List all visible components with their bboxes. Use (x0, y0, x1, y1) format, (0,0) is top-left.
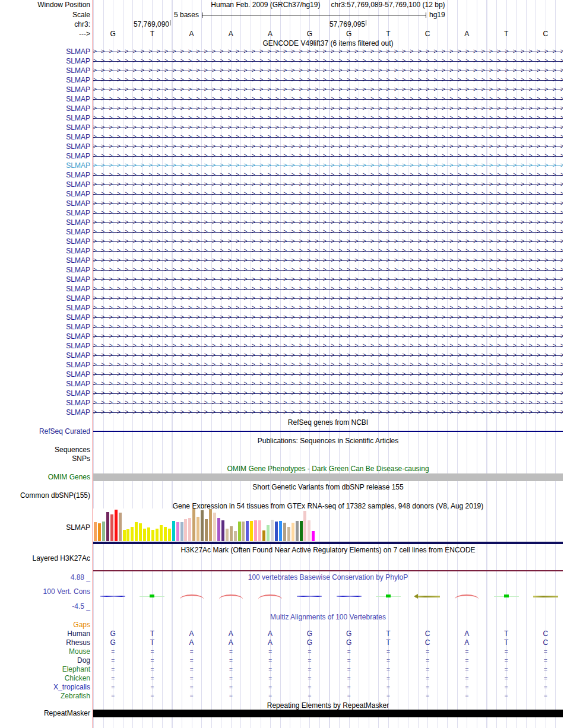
transcript-arrow-line[interactable]: >>>>>>>>>>>>>>>>>>>>>>>>>>>>>>>>>>>>>>>>… (93, 170, 563, 180)
gene-label[interactable]: SLMAP (0, 75, 90, 85)
gencode-transcript-row[interactable]: SLMAP>>>>>>>>>>>>>>>>>>>>>>>>>>>>>>>>>>>… (0, 56, 564, 66)
transcript-arrow-line[interactable]: >>>>>>>>>>>>>>>>>>>>>>>>>>>>>>>>>>>>>>>>… (93, 56, 563, 66)
transcript-arrow-line[interactable]: >>>>>>>>>>>>>>>>>>>>>>>>>>>>>>>>>>>>>>>>… (93, 189, 563, 199)
transcript-arrow-line[interactable]: >>>>>>>>>>>>>>>>>>>>>>>>>>>>>>>>>>>>>>>>… (93, 275, 563, 284)
gencode-transcript-row[interactable]: SLMAP>>>>>>>>>>>>>>>>>>>>>>>>>>>>>>>>>>>… (0, 208, 564, 218)
publications-title[interactable]: Publications: Sequences in Scientific Ar… (93, 437, 563, 445)
gencode-transcript-row[interactable]: SLMAP>>>>>>>>>>>>>>>>>>>>>>>>>>>>>>>>>>>… (0, 389, 564, 398)
gencode-transcript-row[interactable]: SLMAP>>>>>>>>>>>>>>>>>>>>>>>>>>>>>>>>>>>… (0, 265, 564, 275)
gencode-transcript-row[interactable]: SLMAP>>>>>>>>>>>>>>>>>>>>>>>>>>>>>>>>>>>… (0, 322, 564, 332)
refseq-title[interactable]: RefSeq genes from NCBI (93, 418, 563, 427)
gene-label[interactable]: SLMAP (0, 47, 90, 56)
gene-label[interactable]: SLMAP (0, 408, 90, 417)
transcript-arrow-line[interactable]: >>>>>>>>>>>>>>>>>>>>>>>>>>>>>>>>>>>>>>>>… (93, 408, 563, 417)
gene-label[interactable]: SLMAP (0, 313, 90, 322)
gencode-transcript-row[interactable]: SLMAP>>>>>>>>>>>>>>>>>>>>>>>>>>>>>>>>>>>… (0, 332, 564, 341)
transcript-arrow-line[interactable]: >>>>>>>>>>>>>>>>>>>>>>>>>>>>>>>>>>>>>>>>… (93, 199, 563, 208)
repeatmasker-label[interactable]: RepeatMasker (0, 710, 90, 717)
conservation-title[interactable]: 100 vertebrates Basewise Conservation by… (93, 573, 563, 581)
transcript-arrow-line[interactable]: >>>>>>>>>>>>>>>>>>>>>>>>>>>>>>>>>>>>>>>>… (93, 294, 563, 303)
gencode-transcript-row[interactable]: SLMAP>>>>>>>>>>>>>>>>>>>>>>>>>>>>>>>>>>>… (0, 94, 564, 104)
transcript-arrow-line[interactable]: >>>>>>>>>>>>>>>>>>>>>>>>>>>>>>>>>>>>>>>>… (93, 142, 563, 151)
gencode-transcript-row[interactable]: SLMAP>>>>>>>>>>>>>>>>>>>>>>>>>>>>>>>>>>>… (0, 161, 564, 170)
multiz-row-gaps[interactable]: Gaps (0, 621, 564, 630)
gencode-transcript-row[interactable]: SLMAP>>>>>>>>>>>>>>>>>>>>>>>>>>>>>>>>>>>… (0, 408, 564, 417)
species-label[interactable]: Rhesus (0, 638, 90, 647)
gene-label[interactable]: SLMAP (0, 218, 90, 227)
multiz-title[interactable]: Multiz Alignments of 100 Vertebrates (93, 613, 563, 621)
h3k27ac-signal-line[interactable] (93, 570, 563, 571)
species-label[interactable]: Chicken (0, 674, 90, 683)
omim-genes-label[interactable]: OMIM Genes (0, 473, 90, 481)
gencode-transcript-row[interactable]: SLMAP>>>>>>>>>>>>>>>>>>>>>>>>>>>>>>>>>>>… (0, 85, 564, 94)
transcript-arrow-line[interactable]: >>>>>>>>>>>>>>>>>>>>>>>>>>>>>>>>>>>>>>>>… (93, 332, 563, 341)
species-label[interactable]: Gaps (0, 621, 90, 630)
gencode-transcript-row[interactable]: SLMAP>>>>>>>>>>>>>>>>>>>>>>>>>>>>>>>>>>>… (0, 123, 564, 132)
gene-label[interactable]: SLMAP (0, 132, 90, 142)
refseq-curated-item[interactable] (93, 431, 563, 432)
phylop-mark-green-dot[interactable] (138, 593, 166, 600)
gencode-transcript-row[interactable]: SLMAP>>>>>>>>>>>>>>>>>>>>>>>>>>>>>>>>>>>… (0, 360, 564, 370)
gencode-transcript-row[interactable]: SLMAP>>>>>>>>>>>>>>>>>>>>>>>>>>>>>>>>>>>… (0, 199, 564, 208)
gencode-transcript-row[interactable]: SLMAP>>>>>>>>>>>>>>>>>>>>>>>>>>>>>>>>>>>… (0, 170, 564, 180)
refseq-curated-label[interactable]: RefSeq Curated (0, 427, 90, 436)
gene-label[interactable]: SLMAP (0, 123, 90, 132)
h3k27ac-label[interactable]: Layered H3K27Ac (0, 554, 90, 563)
gencode-transcript-row[interactable]: SLMAP>>>>>>>>>>>>>>>>>>>>>>>>>>>>>>>>>>>… (0, 237, 564, 246)
phylop-mark-blue-line[interactable] (335, 593, 363, 600)
transcript-arrow-line[interactable]: >>>>>>>>>>>>>>>>>>>>>>>>>>>>>>>>>>>>>>>>… (93, 123, 563, 132)
gene-label[interactable]: SLMAP (0, 180, 90, 189)
gencode-transcript-row[interactable]: SLMAP>>>>>>>>>>>>>>>>>>>>>>>>>>>>>>>>>>>… (0, 256, 564, 265)
transcript-arrow-line[interactable]: >>>>>>>>>>>>>>>>>>>>>>>>>>>>>>>>>>>>>>>>… (93, 389, 563, 398)
transcript-arrow-line[interactable]: >>>>>>>>>>>>>>>>>>>>>>>>>>>>>>>>>>>>>>>>… (93, 360, 563, 370)
transcript-arrow-line[interactable]: >>>>>>>>>>>>>>>>>>>>>>>>>>>>>>>>>>>>>>>>… (93, 256, 563, 265)
gencode-transcript-row[interactable]: SLMAP>>>>>>>>>>>>>>>>>>>>>>>>>>>>>>>>>>>… (0, 189, 564, 199)
gene-label[interactable]: SLMAP (0, 341, 90, 351)
gene-label[interactable]: SLMAP (0, 351, 90, 360)
gencode-transcript-row[interactable]: SLMAP>>>>>>>>>>>>>>>>>>>>>>>>>>>>>>>>>>>… (0, 398, 564, 408)
multiz-row-mouse[interactable]: Mouse============ (0, 647, 564, 656)
gencode-transcript-row[interactable]: SLMAP>>>>>>>>>>>>>>>>>>>>>>>>>>>>>>>>>>>… (0, 303, 564, 313)
gene-label[interactable]: SLMAP (0, 151, 90, 161)
gene-label[interactable]: SLMAP (0, 94, 90, 104)
transcript-arrow-line[interactable]: >>>>>>>>>>>>>>>>>>>>>>>>>>>>>>>>>>>>>>>>… (93, 379, 563, 389)
phylop-mark-red-arc[interactable] (453, 593, 480, 600)
dbsnp-label[interactable]: Common dbSNP(155) (0, 491, 90, 500)
gencode-transcript-row[interactable]: SLMAP>>>>>>>>>>>>>>>>>>>>>>>>>>>>>>>>>>>… (0, 75, 564, 85)
multiz-row-rhesus[interactable]: RhesusGTAAAGGTCATC (0, 638, 564, 647)
gene-label[interactable]: SLMAP (0, 322, 90, 332)
transcript-arrow-line[interactable]: >>>>>>>>>>>>>>>>>>>>>>>>>>>>>>>>>>>>>>>>… (93, 313, 563, 322)
transcript-arrow-line[interactable]: >>>>>>>>>>>>>>>>>>>>>>>>>>>>>>>>>>>>>>>>… (93, 151, 563, 161)
multiz-row-chicken[interactable]: Chicken============ (0, 674, 564, 683)
phylop-mark-blue-line[interactable] (296, 593, 323, 600)
gencode-transcript-row[interactable]: SLMAP>>>>>>>>>>>>>>>>>>>>>>>>>>>>>>>>>>>… (0, 341, 564, 351)
multiz-row-human[interactable]: HumanGTAAAGGTCATC (0, 630, 564, 638)
gencode-transcript-row[interactable]: SLMAP>>>>>>>>>>>>>>>>>>>>>>>>>>>>>>>>>>>… (0, 142, 564, 151)
gene-label[interactable]: SLMAP (0, 246, 90, 256)
gene-label[interactable]: SLMAP (0, 332, 90, 341)
gene-label[interactable]: SLMAP (0, 227, 90, 237)
repeatmasker-title[interactable]: Repeating Elements by RepeatMasker (93, 701, 563, 710)
gene-label[interactable]: SLMAP (0, 104, 90, 113)
gene-label[interactable]: SLMAP (0, 66, 90, 75)
multiz-row-dog[interactable]: Dog============ (0, 656, 564, 665)
gene-label[interactable]: SLMAP (0, 189, 90, 199)
transcript-arrow-line[interactable]: >>>>>>>>>>>>>>>>>>>>>>>>>>>>>>>>>>>>>>>>… (93, 370, 563, 379)
phylop-mark-blue-line[interactable] (99, 593, 126, 600)
conservation-label[interactable]: 100 Vert. Cons (0, 587, 90, 596)
gencode-transcript-row[interactable]: SLMAP>>>>>>>>>>>>>>>>>>>>>>>>>>>>>>>>>>>… (0, 313, 564, 322)
multiz-row-elephant[interactable]: Elephant============ (0, 665, 564, 674)
phylop-mark-green-dot[interactable] (493, 593, 520, 600)
gencode-transcript-row[interactable]: SLMAP>>>>>>>>>>>>>>>>>>>>>>>>>>>>>>>>>>>… (0, 294, 564, 303)
gene-label[interactable]: SLMAP (0, 265, 90, 275)
gtex-gene-label[interactable]: SLMAP (0, 523, 90, 532)
transcript-arrow-line[interactable]: >>>>>>>>>>>>>>>>>>>>>>>>>>>>>>>>>>>>>>>>… (93, 47, 563, 56)
transcript-arrow-line[interactable]: >>>>>>>>>>>>>>>>>>>>>>>>>>>>>>>>>>>>>>>>… (93, 303, 563, 313)
gencode-transcript-row[interactable]: SLMAP>>>>>>>>>>>>>>>>>>>>>>>>>>>>>>>>>>>… (0, 47, 564, 56)
phylop-mark-olive-arrow[interactable] (414, 593, 441, 600)
gene-label[interactable]: SLMAP (0, 170, 90, 180)
gene-label[interactable]: SLMAP (0, 370, 90, 379)
gencode-transcript-row[interactable]: SLMAP>>>>>>>>>>>>>>>>>>>>>>>>>>>>>>>>>>>… (0, 151, 564, 161)
transcript-arrow-line[interactable]: >>>>>>>>>>>>>>>>>>>>>>>>>>>>>>>>>>>>>>>>… (93, 218, 563, 227)
gencode-transcript-row[interactable]: SLMAP>>>>>>>>>>>>>>>>>>>>>>>>>>>>>>>>>>>… (0, 66, 564, 75)
